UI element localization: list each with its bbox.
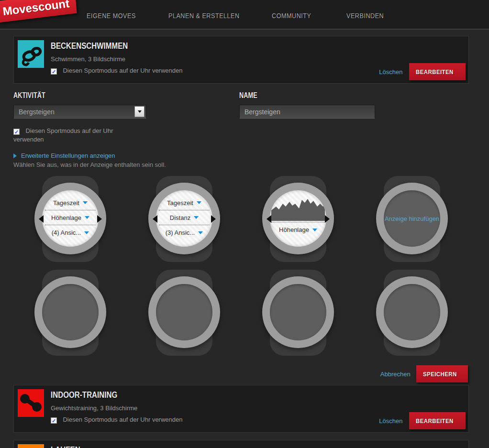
card-title: INDOOR-TRAINING	[51, 390, 134, 400]
edit-button[interactable]: BEARBEITEN	[409, 412, 466, 429]
watch-face: Anzeige hinzufügen	[384, 190, 440, 247]
name-input[interactable]	[239, 105, 375, 119]
display-slot-5	[13, 269, 127, 358]
arrow-left-icon[interactable]	[267, 215, 271, 223]
display-slot-3: Höhenlage	[241, 175, 355, 264]
page: Movescount EIGENE MOVES PLANEN & ERSTELL…	[0, 0, 489, 448]
add-display-link[interactable]: Anzeige hinzufügen	[384, 190, 440, 247]
display-field-dropdown[interactable]: (4) Ansic...	[45, 225, 96, 240]
arrow-left-icon[interactable]	[39, 215, 44, 223]
display-field-dropdown[interactable]: Höhenlage	[273, 222, 323, 237]
nav-planen-erstellen[interactable]: PLANEN & ERSTELLEN	[168, 11, 240, 20]
sport-mode-card-laufen: LAUFEN	[13, 440, 469, 448]
advanced-settings-link[interactable]: Erweiterte Einstellungen anzeigen	[13, 152, 115, 159]
display-slot-8	[355, 269, 469, 358]
sport-mode-card-indoor-training: INDOOR-TRAINING Gewichtstraining, 3 Bild…	[13, 385, 469, 433]
watch-face[interactable]	[42, 284, 99, 340]
chevron-down-icon	[83, 201, 88, 204]
top-nav: Movescount EIGENE MOVES PLANEN & ERSTELL…	[0, 0, 489, 30]
activity-select[interactable]: Bergsteigen	[13, 105, 146, 119]
movescount-logo[interactable]: Movescount	[0, 0, 77, 23]
logo-text: Movescount	[2, 0, 70, 18]
display-instruction: Wählen Sie aus, was in der Anzeige entha…	[13, 161, 166, 168]
chevron-down-icon	[85, 216, 89, 219]
display-field-dropdown[interactable]: Tageszeit	[45, 196, 96, 210]
chevron-down-icon	[197, 201, 201, 204]
card-title: LAUFEN	[51, 445, 88, 448]
editor-use-on-watch-label: Diesen Sportmodus auf der Uhr verwenden	[13, 127, 113, 143]
display-slot-1: Tageszeit Höhenlage (4) Ansic...	[13, 175, 127, 264]
chevron-down-icon	[312, 229, 317, 231]
use-on-watch-checkbox[interactable]: ✓	[51, 68, 57, 75]
nav-verbinden[interactable]: VERBINDEN	[346, 11, 384, 20]
select-dropdown-button[interactable]	[134, 106, 144, 117]
watch-face[interactable]	[156, 284, 212, 340]
cancel-link[interactable]: Abbrechen	[380, 371, 411, 378]
watch-face: Tageszeit Höhenlage (4) Ansic...	[42, 190, 99, 247]
delete-link[interactable]: Löschen	[379, 417, 402, 425]
arrow-left-icon[interactable]	[153, 215, 157, 223]
display-slot-6	[127, 269, 241, 358]
running-shoe-icon	[18, 444, 44, 448]
card-subtitle: Schwimmen, 3 Bildschirme	[51, 55, 125, 63]
display-field-dropdown[interactable]: Höhenlage	[45, 210, 96, 225]
triangle-right-icon	[13, 153, 17, 158]
editor-use-on-watch-checkbox[interactable]: ✓	[13, 129, 20, 135]
delete-link[interactable]: Löschen	[379, 68, 402, 76]
arrow-right-icon[interactable]	[325, 215, 330, 223]
chevron-down-icon	[194, 216, 199, 219]
name-label: NAME	[239, 91, 262, 100]
card-title: BECKENSCHWIMMEN	[51, 41, 147, 51]
chevron-down-icon	[198, 231, 203, 234]
use-on-watch-label: Diesen Sportmodus auf der Uhr verwenden	[63, 416, 182, 423]
altitude-graph	[271, 194, 325, 222]
dumbbell-icon	[18, 389, 44, 417]
display-slot-7	[241, 269, 355, 358]
swim-goggles-icon	[18, 40, 44, 68]
chevron-down-icon	[138, 110, 142, 113]
display-slot-2: Tageszeit Distanz (3) Ansic...	[127, 175, 241, 264]
display-slot-4: Anzeige hinzufügen	[355, 175, 469, 264]
nav-eigene-moves[interactable]: EIGENE MOVES	[87, 11, 136, 20]
arrow-right-icon[interactable]	[211, 215, 216, 223]
display-field-dropdown[interactable]: (3) Ansic...	[159, 225, 210, 240]
nav-community[interactable]: COMMUNITY	[272, 11, 311, 20]
use-on-watch-label: Diesen Sportmodus auf der Uhr verwenden	[63, 67, 182, 74]
activity-select-value: Bergsteigen	[14, 108, 134, 116]
chevron-down-icon	[84, 231, 89, 234]
card-subtitle: Gewichtstraining, 3 Bildschirme	[51, 404, 137, 412]
use-on-watch-checkbox[interactable]: ✓	[51, 417, 57, 424]
activity-label: AKTIVITÄT	[13, 91, 54, 100]
sport-mode-card-beckenschwimmen: BECKENSCHWIMMEN Schwimmen, 3 Bildschirme…	[13, 36, 469, 84]
save-button[interactable]: SPEICHERN	[416, 365, 468, 382]
display-field-dropdown[interactable]: Distanz	[159, 210, 210, 225]
watch-face[interactable]	[384, 284, 440, 340]
arrow-right-icon[interactable]	[97, 215, 102, 223]
watch-face[interactable]	[270, 284, 326, 340]
watch-face: Tageszeit Distanz (3) Ansic...	[156, 190, 212, 247]
watch-face: Höhenlage	[270, 190, 326, 247]
edit-button[interactable]: BEARBEITEN	[409, 63, 466, 80]
display-field-dropdown[interactable]: Tageszeit	[159, 196, 210, 210]
